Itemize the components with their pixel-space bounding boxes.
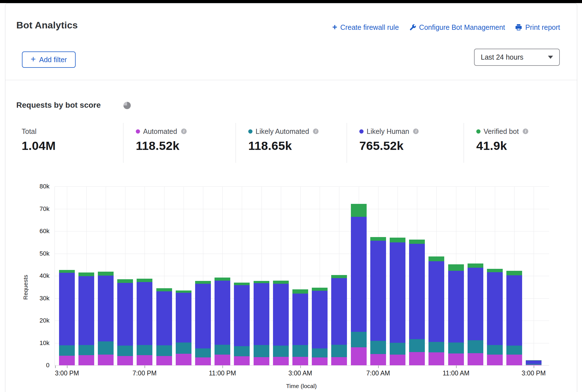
- segment-automated: [117, 356, 133, 365]
- segment-automated: [59, 356, 75, 365]
- bar-9-00-pm[interactable]: [176, 186, 191, 365]
- segment-likely-automated: [195, 348, 211, 358]
- segment-likely-human: [428, 261, 444, 342]
- segment-likely-human: [78, 276, 94, 345]
- bar-9-00-am[interactable]: [409, 186, 425, 365]
- segment-likely-automated: [98, 341, 114, 355]
- segment-likely-human: [254, 283, 269, 345]
- bar-7-00-am[interactable]: [370, 186, 386, 365]
- x-tick-label: 7:00 PM: [122, 370, 167, 377]
- segment-automated: [292, 357, 308, 365]
- segment-likely-automated: [487, 345, 503, 355]
- bar-10-00-am[interactable]: [428, 186, 444, 365]
- bar-10-00-pm[interactable]: [195, 186, 211, 365]
- segment-verified-bot: [117, 279, 133, 283]
- bar-3-00-pm[interactable]: [526, 186, 542, 365]
- segment-automated: [448, 353, 464, 365]
- bot-analytics-card: Bot Analytics + Create firewall rule Con…: [5, 3, 577, 392]
- segment-verified-bot: [156, 288, 172, 291]
- segment-automated: [137, 355, 152, 365]
- segment-automated: [234, 356, 250, 365]
- y-tick-label: 60k: [21, 227, 49, 235]
- bar-2-00-pm[interactable]: [506, 186, 522, 365]
- x-axis-tick: [222, 366, 223, 368]
- segment-automated: [370, 354, 386, 365]
- segment-likely-automated: [351, 332, 367, 348]
- bar-8-00-pm[interactable]: [156, 186, 172, 365]
- segment-verified-bot: [448, 264, 464, 271]
- segment-likely-automated: [137, 345, 152, 355]
- segment-verified-bot: [59, 270, 75, 273]
- segment-automated: [273, 357, 289, 365]
- segment-likely-human: [331, 278, 347, 345]
- segment-likely-automated: [59, 345, 75, 356]
- x-axis-tick: [300, 366, 301, 368]
- segment-likely-automated: [254, 345, 269, 357]
- bar-5-00-pm[interactable]: [98, 186, 114, 365]
- segment-automated: [176, 354, 191, 365]
- segment-likely-automated: [331, 345, 347, 357]
- segment-verified-bot: [195, 281, 211, 284]
- segment-likely-human: [390, 242, 405, 343]
- bar-12-00-am[interactable]: [234, 186, 250, 365]
- segment-verified-bot: [98, 272, 114, 276]
- segment-likely-automated: [78, 345, 94, 355]
- bar-8-00-am[interactable]: [390, 186, 405, 365]
- segment-verified-bot: [526, 360, 542, 361]
- segment-likely-human: [176, 293, 191, 342]
- segment-likely-automated: [448, 343, 464, 353]
- segment-likely-human: [468, 268, 483, 340]
- bar-3-00-pm[interactable]: [59, 186, 75, 365]
- segment-verified-bot: [78, 272, 94, 276]
- bar-7-00-pm[interactable]: [137, 186, 152, 365]
- segment-likely-human: [195, 284, 211, 348]
- segment-likely-automated: [117, 346, 133, 356]
- segment-automated: [468, 353, 483, 365]
- segment-verified-bot: [331, 275, 347, 278]
- bar-6-00-pm[interactable]: [117, 186, 133, 365]
- segment-verified-bot: [370, 237, 386, 241]
- segment-automated: [409, 352, 425, 365]
- segment-automated: [390, 355, 405, 365]
- x-tick-label: 11:00 AM: [434, 370, 479, 377]
- requests-by-bot-score-chart: Requests Time (local) 010k20k30k40k50k60…: [5, 3, 577, 392]
- segment-likely-automated: [428, 342, 444, 352]
- x-axis-origin-tick: [55, 366, 56, 368]
- x-axis-title: Time (local): [259, 383, 344, 389]
- bar-6-00-am[interactable]: [351, 186, 367, 365]
- segment-verified-bot: [215, 278, 230, 280]
- bar-1-00-am[interactable]: [254, 186, 269, 365]
- x-tick-label: 11:00 PM: [200, 370, 245, 377]
- segment-likely-automated: [312, 348, 328, 357]
- segment-likely-automated: [370, 341, 386, 354]
- segment-verified-bot: [409, 240, 425, 244]
- y-tick-label: 40k: [21, 272, 49, 280]
- bar-11-00-am[interactable]: [448, 186, 464, 365]
- x-axis-tick: [456, 366, 457, 368]
- x-axis-tick: [534, 366, 534, 368]
- segment-likely-automated: [176, 343, 191, 354]
- bar-11-00-pm[interactable]: [215, 186, 230, 365]
- x-tick-label: 3:00 PM: [44, 370, 89, 377]
- bar-4-00-pm[interactable]: [78, 186, 94, 365]
- x-axis-tick: [378, 366, 379, 368]
- segment-automated: [156, 356, 172, 365]
- bar-12-00-pm[interactable]: [468, 186, 483, 365]
- x-tick-label: 3:00 AM: [278, 370, 323, 377]
- y-tick-label: 10k: [21, 339, 49, 347]
- segment-automated: [428, 352, 444, 365]
- segment-automated: [351, 347, 367, 365]
- segment-likely-automated: [273, 346, 289, 357]
- bar-3-00-am[interactable]: [292, 186, 308, 365]
- segment-likely-human: [234, 285, 250, 346]
- bar-1-00-pm[interactable]: [487, 186, 503, 365]
- bar-5-00-am[interactable]: [331, 186, 347, 365]
- segment-automated: [254, 357, 269, 365]
- x-axis-tick: [145, 366, 145, 368]
- segment-verified-bot: [137, 279, 152, 282]
- segment-verified-bot: [428, 256, 444, 261]
- segment-likely-human: [506, 275, 522, 346]
- bar-2-00-am[interactable]: [273, 186, 289, 365]
- bar-4-00-am[interactable]: [312, 186, 328, 365]
- x-tick-label: 7:00 AM: [356, 370, 401, 377]
